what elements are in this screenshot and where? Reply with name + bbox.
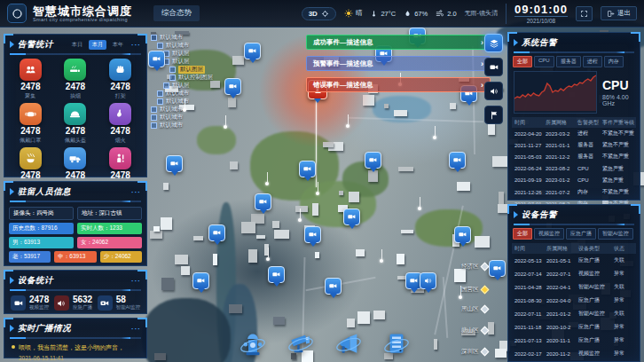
title-divider xyxy=(10,337,141,339)
device-stat[interactable]: 2478视频监控 xyxy=(11,295,49,311)
layer-label: 默认城市 xyxy=(166,42,189,50)
map-marker-camera[interactable] xyxy=(304,226,321,243)
layer-tree-item[interactable]: 默认城市 xyxy=(157,42,257,50)
table-row[interactable]: 2022-04-202023-03-2进程不紧急不严重 xyxy=(512,128,636,139)
table-row[interactable]: 2022-05-132021-05-1应急广播失联 xyxy=(512,254,636,267)
layer-checkbox[interactable] xyxy=(151,114,157,121)
alarm-range-tab[interactable]: 本年 xyxy=(109,40,127,50)
chevron-right-icon[interactable]: › xyxy=(481,81,483,90)
toast-success[interactable]: 成功事件—描述信息› xyxy=(306,35,491,50)
layer-checkbox[interactable] xyxy=(157,90,163,97)
layer-tree-item[interactable]: 默认层 xyxy=(163,82,257,90)
layer-tree-item[interactable]: 默认城市 xyxy=(151,122,257,130)
table-row[interactable]: 2021-12-262021-07-2内存不紧急严重 xyxy=(512,186,636,198)
flag-icon[interactable] xyxy=(484,106,503,124)
table-row[interactable]: 2022-02-172020-11-2视频监控异常 xyxy=(512,347,636,360)
layer-tree-item[interactable]: 默认城市 xyxy=(151,106,257,114)
layer-tree-item[interactable]: 默认城市 xyxy=(157,98,257,106)
map-marker-camera[interactable] xyxy=(224,78,241,95)
megaphone-icon[interactable] xyxy=(332,327,365,360)
filter-tab[interactable]: 进程 xyxy=(583,56,602,67)
layers-icon[interactable] xyxy=(484,34,503,52)
layer-tree-item[interactable]: 默认城市 xyxy=(151,34,257,42)
map-marker-camera[interactable] xyxy=(255,193,271,210)
exit-button[interactable]: 退出 xyxy=(601,6,637,20)
table-row[interactable]: 2022-07-142022-07-1视频监控异常 xyxy=(512,267,636,280)
map-marker-camera[interactable] xyxy=(454,226,471,243)
filter-tab[interactable]: 智能AI监控 xyxy=(598,228,633,240)
chevron-right-icon[interactable]: › xyxy=(481,59,483,68)
alarm-card[interactable]: 2478佩戴口罩 xyxy=(8,103,53,145)
alarm-card[interactable]: 2478抽烟 xyxy=(53,59,98,100)
filter-tab[interactable]: 全部 xyxy=(513,228,532,240)
alarm-card[interactable]: 2478烟火 xyxy=(98,103,143,145)
layer-tree-item[interactable]: 默认城市 xyxy=(151,114,257,122)
map-marker-camera[interactable] xyxy=(244,43,261,59)
table-row[interactable]: 2021-07-132020-11-1应急广播异常 xyxy=(512,334,636,347)
map-marker-camera[interactable] xyxy=(343,209,360,225)
fullscreen-button[interactable] xyxy=(576,6,593,21)
toast-warning[interactable]: 预警事件—描述信息› xyxy=(306,56,491,71)
layer-checkbox[interactable] xyxy=(151,122,157,129)
layer-checkbox[interactable] xyxy=(151,106,157,113)
map-marker-camera[interactable] xyxy=(208,224,225,241)
layer-checkbox[interactable] xyxy=(169,75,176,81)
map-marker-camera[interactable] xyxy=(449,152,466,169)
alarm-range-tab[interactable]: 本日 xyxy=(68,40,86,50)
table-row[interactable]: 2021-05-032021-12-2服务器不紧急严重 xyxy=(512,151,636,162)
cctv-icon[interactable] xyxy=(284,327,318,360)
alarm-card[interactable]: 2478打架 xyxy=(98,59,143,100)
map-marker-speaker[interactable] xyxy=(420,272,436,289)
layer-checkbox[interactable] xyxy=(157,98,163,105)
alarm-card[interactable]: 2478聚集 xyxy=(8,59,53,100)
filter-tab[interactable]: 服务器 xyxy=(556,56,581,67)
toast-error[interactable]: 错误事件—描述信息› xyxy=(306,77,491,92)
device-stat[interactable]: 58智能AI监控 xyxy=(98,295,140,311)
layer-checkbox[interactable] xyxy=(157,43,163,49)
view-mode-toggle[interactable]: 3D xyxy=(302,7,336,20)
map-marker-camera[interactable] xyxy=(365,152,381,169)
table-row[interactable]: 2021-11-182020-10-2应急广播异常 xyxy=(512,320,636,334)
layer-tree-item[interactable]: 默认控制图层 xyxy=(169,74,257,82)
more-menu[interactable]: ··· xyxy=(131,277,141,285)
device-stat[interactable]: 5632应急广播 xyxy=(54,295,92,311)
more-menu[interactable]: ··· xyxy=(131,41,141,49)
layer-checkbox[interactable] xyxy=(151,35,157,41)
alarm-range-tab[interactable]: 本月 xyxy=(89,40,106,50)
table-row[interactable]: 2022-07-112021-01-2智能AI监控失联 xyxy=(512,307,636,320)
layer-checkbox[interactable] xyxy=(169,67,176,73)
filter-tab[interactable]: 应急广播 xyxy=(566,228,596,240)
filter-tab[interactable]: 内存 xyxy=(604,56,624,67)
table-row[interactable]: 2021-09-192023-01-2CPU紧急严重 xyxy=(512,175,636,186)
layer-tree-item[interactable]: 默认层 xyxy=(163,58,257,66)
map-marker-camera[interactable] xyxy=(192,272,209,289)
layer-checkbox[interactable] xyxy=(163,83,169,89)
camera-icon[interactable] xyxy=(484,58,503,76)
more-menu[interactable]: ··· xyxy=(131,188,141,196)
map-marker-camera[interactable] xyxy=(325,278,342,295)
chevron-right-icon[interactable]: › xyxy=(481,38,483,47)
table-row[interactable]: 2022-06-242023-08-2CPU紧急严重 xyxy=(512,163,636,175)
table-row[interactable]: 2021-04-282022-04-1智能AI监控失联 xyxy=(512,280,636,294)
map-marker-camera[interactable] xyxy=(166,155,183,172)
table-row[interactable]: 2021-11-272021-01-1服务器紧急不严重 xyxy=(512,139,636,151)
more-menu[interactable]: ··· xyxy=(131,325,141,333)
filter-tab[interactable]: CPU xyxy=(534,56,554,67)
layer-label: 默认城市 xyxy=(166,90,189,98)
filter-tab[interactable]: 视频监控 xyxy=(534,228,564,240)
alarm-count: 2478 xyxy=(66,83,85,91)
map-marker-camera[interactable] xyxy=(148,51,165,67)
map-marker-camera[interactable] xyxy=(489,260,506,277)
alarm-label: 佩戴口罩 xyxy=(20,137,41,145)
alarm-card[interactable]: 2478佩戴头盔 xyxy=(53,103,98,145)
tab-overview[interactable]: 综合态势 xyxy=(153,5,200,21)
layer-tree-item[interactable]: 默认图层 xyxy=(169,66,257,74)
filter-tab[interactable]: 全部 xyxy=(513,56,532,67)
map-marker-camera[interactable] xyxy=(299,161,316,177)
hydrant-icon[interactable] xyxy=(236,327,270,360)
layer-tree-item[interactable]: 默认城市 xyxy=(157,90,257,98)
speaker-icon[interactable] xyxy=(484,82,503,100)
map-marker-camera[interactable] xyxy=(268,266,285,283)
server-icon[interactable] xyxy=(380,327,413,360)
table-row[interactable]: 2021-08-302022-04-0应急广播异常 xyxy=(512,294,636,307)
